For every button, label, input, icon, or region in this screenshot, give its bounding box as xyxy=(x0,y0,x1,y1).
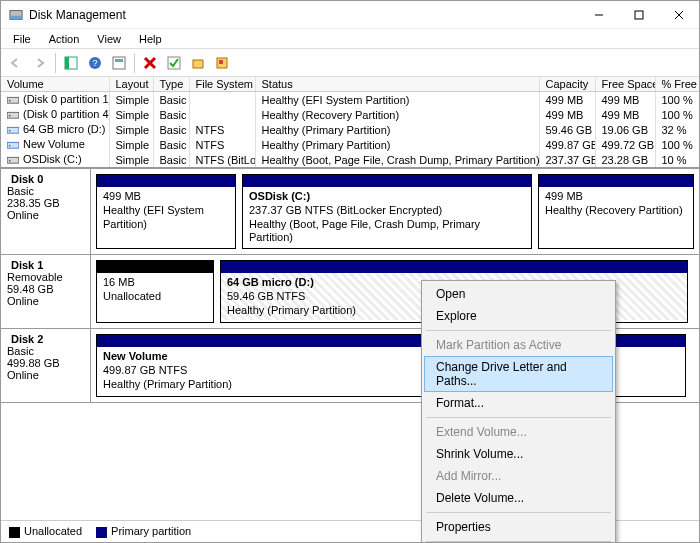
menu-help[interactable]: Help xyxy=(131,31,170,47)
titlebar: Disk Management xyxy=(1,1,699,29)
partition[interactable]: 499 MBHealthy (EFI System Partition) xyxy=(96,174,236,249)
svg-rect-18 xyxy=(7,97,19,103)
close-button[interactable] xyxy=(659,1,699,29)
drive-icon: OSDisk (C:) xyxy=(7,153,82,165)
svg-rect-20 xyxy=(7,112,19,118)
drive-icon: (Disk 0 partition 4) xyxy=(7,108,109,120)
svg-point-23 xyxy=(9,130,11,132)
ctx-explore[interactable]: Explore xyxy=(424,305,613,327)
disk-row: Disk 0Basic238.35 GBOnline499 MBHealthy … xyxy=(1,169,699,255)
col-fs[interactable]: File System xyxy=(189,77,255,92)
svg-point-19 xyxy=(9,100,11,102)
partition[interactable]: 499 MBHealthy (Recovery Partition) xyxy=(538,174,694,249)
disk-info[interactable]: Disk 1Removable59.48 GBOnline xyxy=(1,255,91,328)
ctx-delete[interactable]: Delete Volume... xyxy=(424,487,613,509)
ctx-format[interactable]: Format... xyxy=(424,392,613,414)
svg-rect-26 xyxy=(7,157,19,163)
drive-icon: 64 GB micro (D:) xyxy=(7,123,106,135)
svg-text:?: ? xyxy=(92,58,97,68)
context-menu: Open Explore Mark Partition as Active Ch… xyxy=(421,280,616,543)
col-free[interactable]: Free Space xyxy=(595,77,655,92)
ctx-mirror[interactable]: Add Mirror... xyxy=(424,465,613,487)
menu-action[interactable]: Action xyxy=(41,31,88,47)
minimize-button[interactable] xyxy=(579,1,619,29)
partition-bar xyxy=(539,175,693,187)
volume-row[interactable]: New VolumeSimpleBasicNTFSHealthy (Primar… xyxy=(1,137,699,152)
svg-point-27 xyxy=(9,160,11,162)
legend-primary-label: Primary partition xyxy=(111,525,191,537)
table-header-row: Volume Layout Type File System Status Ca… xyxy=(1,77,699,92)
ctx-mark-active[interactable]: Mark Partition as Active xyxy=(424,334,613,356)
maximize-button[interactable] xyxy=(619,1,659,29)
drive-icon: New Volume xyxy=(7,138,85,150)
svg-rect-11 xyxy=(115,59,123,62)
legend-unallocated-label: Unallocated xyxy=(24,525,82,537)
back-button[interactable] xyxy=(5,52,27,74)
svg-point-21 xyxy=(9,115,11,117)
tool-refresh-icon[interactable] xyxy=(108,52,130,74)
partition-bar xyxy=(243,175,531,187)
disk-mgmt-icon xyxy=(9,8,23,22)
partition-bar xyxy=(97,175,235,187)
tool-help-icon[interactable]: ? xyxy=(84,52,106,74)
col-volume[interactable]: Volume xyxy=(1,77,109,92)
tool-check-icon[interactable] xyxy=(163,52,185,74)
menu-file[interactable]: File xyxy=(5,31,39,47)
svg-rect-24 xyxy=(7,142,19,148)
tool-action1-icon[interactable] xyxy=(187,52,209,74)
window-controls xyxy=(579,1,699,29)
forward-button[interactable] xyxy=(29,52,51,74)
svg-rect-10 xyxy=(113,57,125,69)
volume-row[interactable]: 64 GB micro (D:)SimpleBasicNTFSHealthy (… xyxy=(1,122,699,137)
drive-icon: (Disk 0 partition 1) xyxy=(7,93,109,105)
col-layout[interactable]: Layout xyxy=(109,77,153,92)
volume-row[interactable]: (Disk 0 partition 4)SimpleBasicHealthy (… xyxy=(1,107,699,122)
disk-info[interactable]: Disk 2Basic499.88 GBOnline xyxy=(1,329,91,402)
legend-primary-swatch xyxy=(96,527,107,538)
window-title: Disk Management xyxy=(29,8,126,22)
menu-view[interactable]: View xyxy=(89,31,129,47)
col-capacity[interactable]: Capacity xyxy=(539,77,595,92)
volume-row[interactable]: OSDisk (C:)SimpleBasicNTFS (BitLo...Heal… xyxy=(1,152,699,167)
partition[interactable]: OSDisk (C:)237.37 GB NTFS (BitLocker Enc… xyxy=(242,174,532,249)
tool-delete-icon[interactable] xyxy=(139,52,161,74)
tool-pane-icon[interactable] xyxy=(60,52,82,74)
disk-info[interactable]: Disk 0Basic238.35 GBOnline xyxy=(1,169,91,254)
tool-action2-icon[interactable] xyxy=(211,52,233,74)
svg-rect-1 xyxy=(10,15,22,19)
col-pct[interactable]: % Free xyxy=(655,77,699,92)
ctx-change-drive-letter[interactable]: Change Drive Letter and Paths... xyxy=(424,356,613,392)
partition[interactable]: 16 MBUnallocated xyxy=(96,260,214,323)
svg-rect-17 xyxy=(219,60,223,64)
ctx-extend[interactable]: Extend Volume... xyxy=(424,421,613,443)
col-type[interactable]: Type xyxy=(153,77,189,92)
svg-rect-7 xyxy=(65,57,69,69)
volume-row[interactable]: (Disk 0 partition 1)SimpleBasicHealthy (… xyxy=(1,92,699,108)
svg-point-25 xyxy=(9,145,11,147)
svg-rect-22 xyxy=(7,127,19,133)
toolbar: ? xyxy=(1,49,699,77)
col-status[interactable]: Status xyxy=(255,77,539,92)
partition-bar xyxy=(221,261,687,273)
ctx-open[interactable]: Open xyxy=(424,283,613,305)
partition-bar xyxy=(97,261,213,273)
svg-rect-15 xyxy=(193,60,203,68)
volume-table: Volume Layout Type File System Status Ca… xyxy=(1,77,699,168)
legend-unallocated-swatch xyxy=(9,527,20,538)
menubar: File Action View Help xyxy=(1,29,699,49)
svg-rect-3 xyxy=(635,11,643,19)
ctx-properties[interactable]: Properties xyxy=(424,516,613,538)
ctx-shrink[interactable]: Shrink Volume... xyxy=(424,443,613,465)
